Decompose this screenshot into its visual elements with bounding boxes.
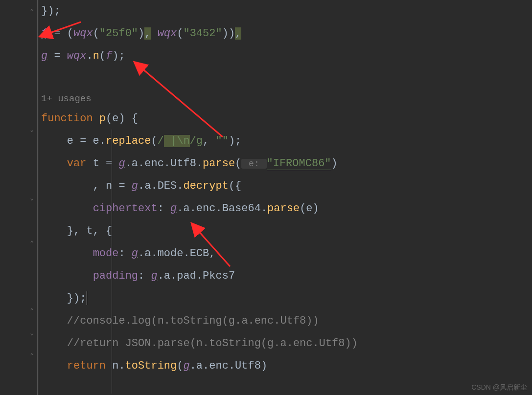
method-parse: parse xyxy=(267,202,300,215)
fold-start-icon[interactable]: ⌄ xyxy=(28,126,35,133)
code-line: padding: g.a.pad.Pkcs7 xyxy=(41,265,532,287)
text-caret xyxy=(87,291,87,305)
code-line: e = e.replace(/ |\n/g, ""); xyxy=(41,130,532,153)
var-g-ref: g xyxy=(132,180,138,192)
comment: //return JSON.parse(n.toString(g.a.enc.U… xyxy=(41,337,358,350)
var-f: f xyxy=(41,27,47,40)
code-line: //return JSON.parse(n.toString(g.a.enc.U… xyxy=(41,332,532,355)
var-g-ref: g xyxy=(132,247,138,260)
keyword-var: var xyxy=(67,157,93,170)
code-line: return n.toString(g.a.enc.Utf8) xyxy=(41,355,532,377)
code-line: mode: g.a.mode.ECB, xyxy=(41,242,532,265)
method-tostring: toString xyxy=(125,360,177,372)
var-g-ref: g xyxy=(151,270,157,282)
gutter: ⌃ ⌄ ⌄ ⌃ ⌃ ⌄ ⌃ xyxy=(0,0,39,395)
code-line: , n = g.a.DES.decrypt({ xyxy=(41,175,532,198)
param-hint: e: xyxy=(241,159,266,169)
var-g: g xyxy=(41,50,47,62)
usage-hint[interactable]: 1+ usages xyxy=(41,90,532,108)
field-ciphertext: ciphertext xyxy=(93,202,158,215)
code-line-blank xyxy=(41,67,532,90)
code-line: //console.log(n.toString(g.a.enc.Utf8)) xyxy=(41,310,532,332)
fold-start-icon[interactable]: ⌄ xyxy=(28,195,35,201)
brace-close: }); xyxy=(41,5,61,17)
var-g-ref: g xyxy=(118,157,125,170)
code-line: }); xyxy=(41,287,532,310)
string-literal: "IFROMC86" xyxy=(267,157,331,170)
string-literal: "3452" xyxy=(183,27,222,40)
code-editor[interactable]: ⌃ ⌄ ⌄ ⌃ ⌃ ⌄ ⌃ }); f = (wqx("25f0"), wqx(… xyxy=(0,0,532,395)
fold-end-icon[interactable]: ⌃ xyxy=(28,352,35,359)
code-line: function p(e) { xyxy=(41,108,532,130)
wqx-call: wqx xyxy=(73,27,93,40)
keyword-return: return xyxy=(67,360,112,372)
fold-start-icon[interactable]: ⌄ xyxy=(28,329,35,336)
wqx-ref: wqx xyxy=(67,50,87,62)
indent-guide xyxy=(112,130,112,394)
function-name: p xyxy=(99,112,106,125)
method-parse: parse xyxy=(203,157,235,170)
method-n: n xyxy=(93,50,99,62)
comment: //console.log(n.toString(g.a.enc.Utf8)) xyxy=(41,315,319,327)
watermark: CSDN @风启新尘 xyxy=(471,383,527,392)
regex-body-highlight: |\n xyxy=(164,135,190,147)
comma-highlight: , xyxy=(144,27,151,40)
code-line: g = wqx.n(f); xyxy=(41,45,532,67)
string-literal: "25f0" xyxy=(99,27,138,40)
method-decrypt: decrypt xyxy=(183,180,228,192)
keyword-function: function xyxy=(41,112,99,125)
field-padding: padding xyxy=(93,270,138,282)
code-line: var t = g.a.enc.Utf8.parse( e: "IFROMC86… xyxy=(41,153,532,175)
var-g-ref: g xyxy=(170,202,177,215)
code-line: }); xyxy=(41,0,532,22)
comma-highlight: , xyxy=(235,27,241,40)
var-f-ref: f xyxy=(106,50,112,62)
code-line: }, t, { xyxy=(41,220,532,242)
fold-end-icon[interactable]: ⌃ xyxy=(28,240,35,246)
var-g-ref: g xyxy=(183,360,189,372)
code-line: f = (wqx("25f0"), wqx("3452")), xyxy=(41,22,532,45)
field-mode: mode xyxy=(93,247,119,260)
fold-end-icon[interactable]: ⌃ xyxy=(28,8,35,15)
method-replace: replace xyxy=(106,135,151,147)
code-line: ciphertext: g.a.enc.Base64.parse(e) xyxy=(41,198,532,220)
wqx-call: wqx xyxy=(158,27,177,40)
fold-end-icon[interactable]: ⌃ xyxy=(28,307,35,314)
code-content[interactable]: }); f = (wqx("25f0"), wqx("3452")), g = … xyxy=(39,0,532,395)
